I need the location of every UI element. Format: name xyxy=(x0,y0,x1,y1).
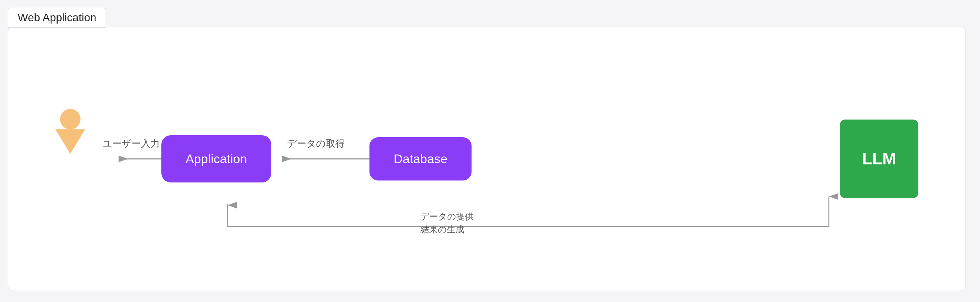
database-label: Database xyxy=(394,152,448,166)
application-label: Application xyxy=(186,152,247,166)
database-node: Database xyxy=(369,137,472,180)
db-arrow-label: データの取得 xyxy=(287,137,345,150)
outer-container: Web Application xyxy=(8,8,966,291)
tab-label: Web Application xyxy=(8,8,106,28)
llm-node: LLM xyxy=(840,120,918,198)
llm-label: LLM xyxy=(862,149,896,168)
application-node: Application xyxy=(161,135,271,182)
bottom-label-line1: データの提供 xyxy=(421,210,474,223)
diagram-box: Application Database LLM ユーザー入力 データの取得 デ… xyxy=(8,27,966,291)
user-arrow-label: ユーザー入力 xyxy=(102,137,160,150)
bottom-arrow-label: データの提供 結果の生成 xyxy=(421,210,474,236)
user-body xyxy=(55,129,85,154)
bottom-label-line2: 結果の生成 xyxy=(421,223,474,236)
user-node xyxy=(55,109,85,154)
user-head xyxy=(60,109,80,129)
arrows-svg xyxy=(8,27,965,291)
